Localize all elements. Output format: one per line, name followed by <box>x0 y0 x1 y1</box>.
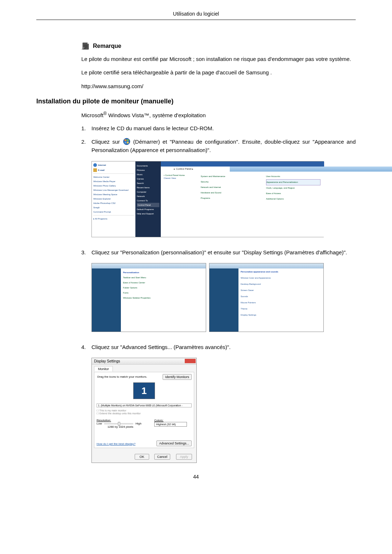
step-3-number: 3. <box>81 248 91 257</box>
section-title: Installation du pilote de moniteur (manu… <box>36 98 356 105</box>
start-all-programs[interactable]: ▸ All Programs <box>93 217 134 221</box>
step-2-pre: Cliquez sur <box>91 139 120 145</box>
intro-mid: Windows Vista™ <box>107 112 149 118</box>
ap-link-folder[interactable]: Folder Options <box>123 285 204 290</box>
start-item-welcome[interactable]: Welcome Center <box>93 175 134 179</box>
ap-link-ease[interactable]: Ease of Access Center <box>123 280 204 285</box>
start-right-pictures[interactable]: Pictures <box>137 168 159 172</box>
intro-prefix: Microsoft <box>81 112 103 118</box>
pers-window-color[interactable]: Window Color and Appearance <box>241 276 321 280</box>
step-1-number: 1. <box>81 124 91 132</box>
start-item-email[interactable]: E-mail <box>98 168 105 172</box>
identify-monitors-button[interactable]: Identify Monitors <box>163 374 192 380</box>
svg-point-0 <box>123 138 130 145</box>
cp-cat-network[interactable]: Network and Internet <box>201 185 259 190</box>
cp-classic-link[interactable]: Classic View <box>164 177 176 179</box>
colors-combo[interactable]: Highest (32 bit) <box>154 422 187 427</box>
cp-cat-appearance[interactable]: Appearance and Personalization <box>266 179 320 185</box>
start-item-wmp[interactable]: Windows Media Player <box>93 179 134 184</box>
screenshot-display-settings-dialog: Display Settings Monitor Drag the icons … <box>91 358 197 463</box>
start-item-cmd[interactable]: Command Prompt <box>93 210 134 214</box>
step-4-text: Cliquez sur "Advanced Settings... (Param… <box>91 343 356 351</box>
start-item-messenger[interactable]: Windows Live Messenger Download <box>93 188 134 192</box>
cp-cat-ease[interactable]: Ease of Access <box>266 191 320 196</box>
appearance-panel: Personalization Taskbar and Start Menu E… <box>91 263 206 332</box>
svg-rect-1 <box>124 139 126 141</box>
start-right-help[interactable]: Help and Support <box>137 212 159 216</box>
advanced-settings-button[interactable]: Advanced Settings... <box>156 440 192 446</box>
res-low-label: Low <box>97 422 102 425</box>
pers-mouse[interactable]: Mouse Pointers <box>241 301 321 305</box>
colors-label: Colors: <box>154 419 163 422</box>
ap-link-sidebar[interactable]: Windows Sidebar Properties <box>123 295 204 300</box>
cp-breadcrumb: ▸ Control Panel ▸ <box>174 168 193 171</box>
monitor-combo[interactable]: 1. (Multiple Monitors) on NVIDIA GeForce… <box>97 403 192 407</box>
check-extend-label: Extend the desktop onto this monitor <box>99 412 141 415</box>
close-icon[interactable] <box>185 359 196 363</box>
page-header: Utilisation du logiciel <box>36 11 356 20</box>
svg-rect-2 <box>127 139 128 141</box>
note-url: http://www.samsung.com/ <box>81 82 356 90</box>
ie-icon <box>93 163 97 167</box>
start-right-computer[interactable]: Computer <box>137 190 159 194</box>
step-4-number: 4. <box>81 343 91 351</box>
monitor-icon[interactable]: 1 <box>133 382 155 399</box>
best-display-link[interactable]: How do I get the best display? <box>97 442 135 446</box>
cp-home-link[interactable]: Control Panel Home <box>165 174 185 176</box>
start-right-games[interactable]: Games <box>137 177 159 181</box>
cancel-button[interactable]: Cancel <box>154 454 170 460</box>
personalization-panel: Personalize appearance and sounds Window… <box>209 263 324 332</box>
svg-rect-4 <box>127 142 128 144</box>
pers-sounds[interactable]: Sounds <box>241 295 321 299</box>
ap-link-fonts[interactable]: Fonts <box>123 290 204 295</box>
start-right-music[interactable]: Music <box>137 172 159 177</box>
checkbox-extend: ☐ <box>97 412 99 415</box>
pers-theme[interactable]: Theme <box>241 307 321 311</box>
start-item-gallery[interactable]: Windows Photo Gallery <box>93 184 134 188</box>
tab-monitor[interactable]: Monitor <box>94 366 113 372</box>
start-right-connect[interactable]: Connect To <box>137 198 159 203</box>
screenshot-start-menu-control-panel: Internet E-mail Welcome Center Windows M… <box>91 161 324 237</box>
start-item-explorer[interactable]: Windows Explorer <box>93 197 134 201</box>
start-right-network[interactable]: Network <box>137 194 159 198</box>
pers-screensaver[interactable]: Screen Saver <box>241 288 321 292</box>
pers-desktop-bg[interactable]: Desktop Background <box>241 282 321 286</box>
start-item-meeting[interactable]: Windows Meeting Space <box>93 192 134 197</box>
cp-cat-users[interactable]: User Accounts <box>266 174 320 179</box>
ok-button[interactable]: OK <box>135 454 149 460</box>
resolution-label: Resolution: <box>97 419 111 422</box>
start-right-default[interactable]: Default Programs <box>137 207 159 212</box>
start-item-internet[interactable]: Internet <box>98 163 106 167</box>
start-right-control-panel[interactable]: Control Panel <box>137 203 159 207</box>
start-item-photoshop[interactable]: Adobe Photoshop CS2 <box>93 201 134 205</box>
dialog-title: Display Settings <box>94 359 120 363</box>
page-number: 44 <box>36 474 356 480</box>
drag-text: Drag the icons to match your monitors. <box>97 375 147 378</box>
step-1-text: Insérez le CD du manuel dans le lecteur … <box>91 124 356 132</box>
cp-cat-security[interactable]: Security <box>201 179 259 185</box>
svg-rect-3 <box>124 142 126 144</box>
start-right-documents[interactable]: Documents <box>137 164 159 168</box>
note-paragraph-1: Le pilote du moniteur est certifié par M… <box>81 55 356 63</box>
ap-link-taskbar[interactable]: Taskbar and Start Menu <box>123 275 204 280</box>
apply-button: Apply <box>176 454 192 460</box>
start-item-snagit[interactable]: SnagIt <box>93 205 134 210</box>
note-paragraph-2: Le pilote certifié sera téléchargeable à… <box>81 68 356 77</box>
start-right-recent[interactable]: Recent Items <box>137 185 159 190</box>
resolution-slider[interactable] <box>104 423 133 424</box>
check-main-label: This is my main monitor <box>99 409 126 412</box>
mail-icon <box>93 168 97 172</box>
cp-cat-programs[interactable]: Programs <box>201 196 259 201</box>
resolution-value: 1280 by 1024 pixels <box>107 425 133 428</box>
ap-link-personalization[interactable]: Personalization <box>123 270 204 275</box>
cp-cat-hardware[interactable]: Hardware and Sound <box>201 190 259 196</box>
start-right-search[interactable]: Search <box>137 181 159 185</box>
cp-cat-system[interactable]: System and Maintenance <box>201 174 259 179</box>
cp-cat-clock[interactable]: Clock, Language, and Region <box>266 185 320 191</box>
step-2-number: 2. <box>81 138 91 155</box>
pers-display-settings[interactable]: Display Settings <box>241 313 321 317</box>
pers-heading: Personalize appearance and sounds <box>241 270 321 274</box>
cp-cat-additional[interactable]: Additional Options <box>266 196 320 202</box>
intro-suffix: , système d'exploitation <box>149 112 205 118</box>
res-high-label: High <box>135 422 141 425</box>
